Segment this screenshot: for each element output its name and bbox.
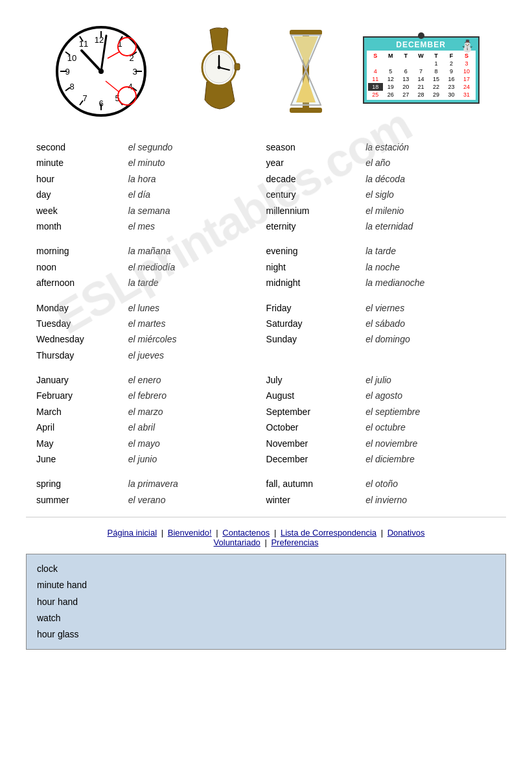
svg-text:12: 12 <box>95 35 104 45</box>
snowman-icon: ⛄ <box>460 39 474 53</box>
sep: | <box>272 528 279 538</box>
word-june-spa: el junio <box>124 451 262 467</box>
note-item-minute-hand: minute hand <box>37 577 495 593</box>
svg-rect-39 <box>290 30 322 35</box>
table-row: minute el minuto year el año <box>32 155 500 171</box>
word-eternity-spa: la eternidad <box>362 219 500 234</box>
sep: | <box>378 528 386 538</box>
table-row: April el abril October el octubre <box>32 420 500 435</box>
sep: | <box>262 538 270 547</box>
page: ESLprintables.com <box>0 0 532 669</box>
word-day-spa: el día <box>124 187 262 202</box>
vocab-table-parts-of-day: morning la mañana evening la tarde noon … <box>32 243 500 290</box>
word-noon-eng: noon <box>32 259 124 275</box>
word-afternoon-spa: la tarde <box>124 275 262 290</box>
table-row: week la semana millennium el milenio <box>32 203 500 219</box>
word-millennium-eng: millennium <box>262 203 362 219</box>
word-saturday-eng: Saturday <box>262 316 362 331</box>
word-midnight-spa: la medianoche <box>362 275 500 290</box>
svg-rect-37 <box>235 64 240 70</box>
word-decade-eng: decade <box>262 171 362 187</box>
word-evening-spa: la tarde <box>362 243 500 259</box>
word-may-eng: May <box>32 436 124 451</box>
calendar-grid: S M T W T F S 123 <box>367 51 476 100</box>
table-row: May el mayo November el noviembre <box>32 436 500 451</box>
word-year-eng: year <box>262 155 362 171</box>
calendar-month: DECEMBER <box>367 40 476 49</box>
link-contactenos[interactable]: Contactenos <box>222 528 270 538</box>
link-bienvenido[interactable]: Bienvenido! <box>168 528 212 538</box>
svg-text:6: 6 <box>99 99 104 108</box>
image-section: 12 1 2 3 4 5 6 7 8 9 10 11 <box>26 13 506 126</box>
word-summer-eng: summer <box>32 492 124 508</box>
link-preferencias[interactable]: Preferencias <box>271 538 318 547</box>
link-pagina-inicial[interactable]: Página inicial <box>108 528 157 538</box>
word-october-spa: el octubre <box>362 420 500 435</box>
word-july-eng: July <box>262 372 362 388</box>
footer-links: Página inicial | Bienvenido! | Contacten… <box>26 528 506 547</box>
word-midnight-eng: midnight <box>262 275 362 290</box>
word-minute-spa: el minuto <box>124 155 262 171</box>
svg-text:7: 7 <box>83 93 87 103</box>
word-morning-spa: la mañana <box>124 243 262 259</box>
hourglass-image <box>277 25 335 115</box>
word-second-spa: el segundo <box>124 139 262 155</box>
word-november-spa: el noviembre <box>362 436 500 451</box>
word-eternity-eng: eternity <box>262 219 362 234</box>
link-voluntariado[interactable]: Voluntariado <box>214 538 260 547</box>
word-january-eng: January <box>32 372 124 388</box>
table-row: Monday el lunes Friday el viernes <box>32 300 500 316</box>
word-monday-spa: el lunes <box>124 300 262 316</box>
notes-box: clock minute hand hour hand watch hour g… <box>26 554 506 650</box>
word-july-spa: el julio <box>362 372 500 388</box>
table-row: Wednesday el miércoles Sunday el domingo <box>32 331 500 347</box>
word-thursday-spa: el jueves <box>124 348 262 363</box>
word-tuesday-spa: el martes <box>124 316 262 331</box>
note-item-watch: watch <box>37 610 495 626</box>
table-row: June el junio December el diciembre <box>32 451 500 467</box>
word-night-spa: la noche <box>362 259 500 275</box>
word-season-eng: season <box>262 139 362 155</box>
table-row: spring la primavera fall, autumn el otoñ… <box>32 476 500 492</box>
table-row: noon el mediodía night la noche <box>32 259 500 275</box>
svg-text:9: 9 <box>65 67 70 77</box>
word-friday-spa: el viernes <box>362 300 500 316</box>
word-saturday-spa: el sábado <box>362 316 500 331</box>
word-millennium-spa: el milenio <box>362 203 500 219</box>
word-decade-spa: la décoda <box>362 171 500 187</box>
word-sunday-spa: el domingo <box>362 331 500 347</box>
note-item-hour-glass: hour glass <box>37 626 495 643</box>
link-lista[interactable]: Lista de Correspondencia <box>281 528 376 538</box>
note-item-hour-hand: hour hand <box>37 594 495 610</box>
word-october-eng: October <box>262 420 362 435</box>
link-donativos[interactable]: Donativos <box>387 528 425 538</box>
word-minute-eng: minute <box>32 155 124 171</box>
word-spring-eng: spring <box>32 476 124 492</box>
word-friday-eng: Friday <box>262 300 362 316</box>
table-row: January el enero July el julio <box>32 372 500 388</box>
word-week-spa: la semana <box>124 203 262 219</box>
word-august-spa: el agosto <box>362 388 500 403</box>
table-row: hour la hora decade la décoda <box>32 171 500 187</box>
word-winter-spa: el invierno <box>362 492 500 508</box>
vocab-table-seasons: spring la primavera fall, autumn el otoñ… <box>32 476 500 508</box>
svg-rect-38 <box>290 108 322 113</box>
word-evening-eng: evening <box>262 243 362 259</box>
word-second-eng: second <box>32 139 124 155</box>
svg-text:11: 11 <box>79 39 88 49</box>
word-season-spa: la estación <box>362 139 500 155</box>
table-row: afternoon la tarde midnight la medianoch… <box>32 275 500 290</box>
word-wednesday-spa: el miércoles <box>124 331 262 347</box>
word-century-spa: el siglo <box>362 187 500 202</box>
word-april-eng: April <box>32 420 124 435</box>
word-fall-eng: fall, autumn <box>262 476 362 492</box>
svg-text:3: 3 <box>133 67 137 77</box>
sep: | <box>159 528 166 538</box>
note-item-clock: clock <box>37 561 495 577</box>
word-month-eng: month <box>32 219 124 234</box>
table-row: day el día century el siglo <box>32 187 500 202</box>
word-september-eng: September <box>262 404 362 420</box>
table-row: morning la mañana evening la tarde <box>32 243 500 259</box>
word-sunday-eng: Sunday <box>262 331 362 347</box>
word-noon-spa: el mediodía <box>124 259 262 275</box>
